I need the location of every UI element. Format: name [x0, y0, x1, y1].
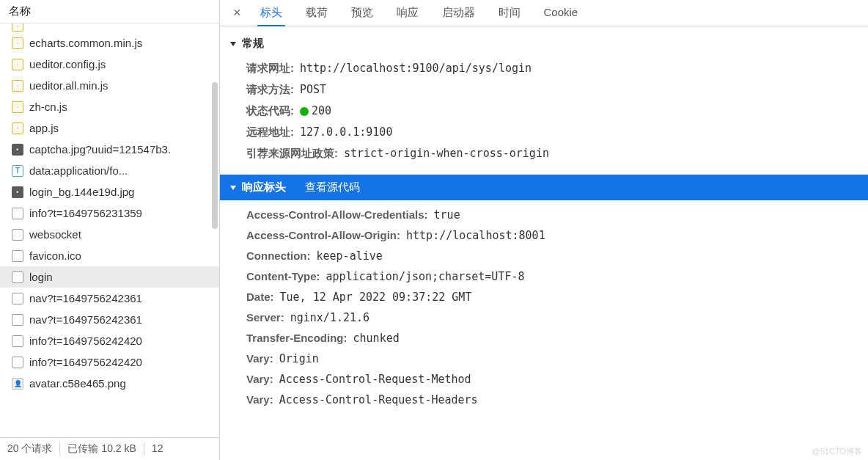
- request-name: favicon.ico: [29, 249, 81, 262]
- tab-启动器[interactable]: 启动器: [430, 0, 487, 26]
- request-row[interactable]: ▪captcha.jpg?uuid=121547b3.: [0, 139, 219, 160]
- request-name: info?t=1649756242420: [29, 356, 142, 368]
- header-value: http://localhost:9100/api/sys/login: [300, 62, 532, 75]
- tab-标头[interactable]: 标头: [249, 0, 294, 26]
- section-general-title: 常规: [242, 37, 264, 51]
- header-key: Access-Control-Allow-Credentials:: [246, 208, 428, 221]
- tab-Cookie[interactable]: Cookie: [532, 0, 590, 26]
- header-key: 请求网址:: [246, 62, 294, 76]
- header-row: Vary:Access-Control-Request-Headers: [246, 390, 842, 410]
- doc-icon: [12, 357, 23, 368]
- section-response-headers-header[interactable]: 响应标头 查看源代码: [220, 175, 868, 200]
- header-value: http://localhost:8001: [406, 229, 545, 242]
- js-icon: ◦: [12, 23, 23, 32]
- header-value: 200: [300, 104, 331, 117]
- img-icon: ▪: [12, 186, 23, 198]
- scrollbar[interactable]: [212, 82, 218, 229]
- sidebar-header: 名称: [0, 0, 219, 23]
- header-row: Date:Tue, 12 Apr 2022 09:37:22 GMT: [246, 287, 842, 307]
- request-row[interactable]: ◦app.js: [0, 117, 219, 139]
- header-key: Connection:: [246, 249, 311, 262]
- section-general-header[interactable]: 常规: [220, 34, 868, 54]
- header-key: 请求方法:: [246, 83, 294, 97]
- request-name: login_bg.144e19d.jpg: [29, 186, 134, 198]
- details-panel: × 标头载荷预览响应启动器时间Cookie 常规 请求网址:http://loc…: [220, 0, 868, 460]
- header-row: 远程地址:127.0.0.1:9100: [246, 122, 842, 143]
- headers-content: 常规 请求网址:http://localhost:9100/api/sys/lo…: [220, 26, 868, 460]
- header-key: Server:: [246, 311, 284, 324]
- header-row: 请求方法:POST: [246, 79, 842, 101]
- header-key: Content-Type:: [246, 270, 320, 282]
- header-row: Access-Control-Allow-Credentials:true: [246, 205, 842, 225]
- header-value: application/json;charset=UTF-8: [326, 270, 525, 283]
- response-headers-kv-list: Access-Control-Allow-Credentials:trueAcc…: [220, 200, 868, 420]
- header-value: keep-alive: [317, 249, 383, 263]
- request-row[interactable]: ◦echarts.common.min.js: [0, 32, 219, 54]
- watermark: @51CTO博客: [812, 446, 862, 457]
- js-icon: ◦: [12, 59, 23, 70]
- js-icon: ◦: [12, 80, 23, 92]
- request-name: data:application/fo...: [29, 164, 128, 177]
- request-row[interactable]: websocket: [0, 224, 219, 245]
- request-name: nav?t=1649756242361: [29, 292, 142, 304]
- doc-icon: [12, 293, 23, 304]
- request-row[interactable]: info?t=1649756242420: [0, 330, 219, 351]
- request-row[interactable]: Tdata:application/fo...: [0, 160, 219, 181]
- request-row[interactable]: 👤avatar.c58e465.png: [0, 373, 219, 394]
- request-name: app.js: [29, 122, 59, 134]
- doc-icon: [12, 335, 23, 347]
- js-icon: ◦: [12, 123, 23, 134]
- request-name: zh-cn.js: [29, 101, 67, 113]
- header-value: strict-origin-when-cross-origin: [344, 147, 549, 160]
- status-dot-icon: [300, 107, 309, 116]
- footer-extra: 12: [152, 442, 163, 456]
- header-key: Transfer-Encoding:: [246, 332, 347, 344]
- request-row[interactable]: nav?t=1649756242361: [0, 309, 219, 330]
- tab-预览[interactable]: 预览: [339, 0, 385, 26]
- header-key: Vary:: [246, 393, 273, 406]
- header-row: Access-Control-Allow-Origin:http://local…: [246, 225, 842, 246]
- request-row[interactable]: ◦: [0, 23, 219, 32]
- chevron-down-icon: [230, 186, 236, 190]
- request-name: websocket: [29, 228, 81, 241]
- request-row[interactable]: ◦ueditor.config.js: [0, 54, 219, 75]
- request-row[interactable]: nav?t=1649756242361: [0, 288, 219, 309]
- doc-icon: [12, 271, 23, 283]
- request-name: captcha.jpg?uuid=121547b3.: [29, 143, 171, 156]
- header-row: Server:nginx/1.21.6: [246, 307, 842, 328]
- header-value: Tue, 12 Apr 2022 09:37:22 GMT: [280, 291, 472, 304]
- request-row[interactable]: favicon.ico: [0, 245, 219, 266]
- chevron-down-icon: [230, 42, 236, 46]
- tab-载荷[interactable]: 载荷: [294, 0, 339, 26]
- request-row[interactable]: ▪login_bg.144e19d.jpg: [0, 181, 219, 202]
- header-key: 引荐来源网址政策:: [246, 147, 338, 161]
- header-row: Content-Type:application/json;charset=UT…: [246, 266, 842, 287]
- file-list[interactable]: ◦◦echarts.common.min.js◦ueditor.config.j…: [0, 23, 219, 437]
- tabs-bar: × 标头载荷预览响应启动器时间Cookie: [220, 0, 868, 26]
- header-row: Transfer-Encoding:chunked: [246, 328, 842, 348]
- close-icon[interactable]: ×: [226, 5, 249, 21]
- tab-时间[interactable]: 时间: [487, 0, 532, 26]
- js-icon: ◦: [12, 101, 23, 113]
- header-key: Vary:: [246, 373, 273, 385]
- header-value: Access-Control-Request-Headers: [279, 393, 478, 406]
- header-value: true: [434, 208, 460, 222]
- header-key: Date:: [246, 291, 274, 303]
- request-name: echarts.common.min.js: [29, 37, 142, 49]
- request-row[interactable]: ◦zh-cn.js: [0, 96, 219, 117]
- view-source-link[interactable]: 查看源代码: [305, 180, 360, 194]
- tab-响应[interactable]: 响应: [385, 0, 430, 26]
- doc-icon: [12, 208, 23, 219]
- request-row[interactable]: info?t=1649756242420: [0, 351, 219, 373]
- request-row[interactable]: ◦ueditor.all.min.js: [0, 75, 219, 96]
- img-icon: ▪: [12, 144, 23, 156]
- header-row: Vary:Access-Control-Request-Method: [246, 369, 842, 390]
- general-kv-list: 请求网址:http://localhost:9100/api/sys/login…: [220, 54, 868, 175]
- sidebar-footer: 20 个请求 已传输 10.2 kB 12: [0, 437, 219, 460]
- header-row: Vary:Origin: [246, 348, 842, 369]
- request-row[interactable]: info?t=1649756231359: [0, 202, 219, 224]
- request-name: avatar.c58e465.png: [29, 377, 126, 390]
- request-row[interactable]: login: [0, 266, 219, 288]
- request-name: login: [29, 271, 53, 283]
- request-list-panel: 名称 ◦◦echarts.common.min.js◦ueditor.confi…: [0, 0, 220, 460]
